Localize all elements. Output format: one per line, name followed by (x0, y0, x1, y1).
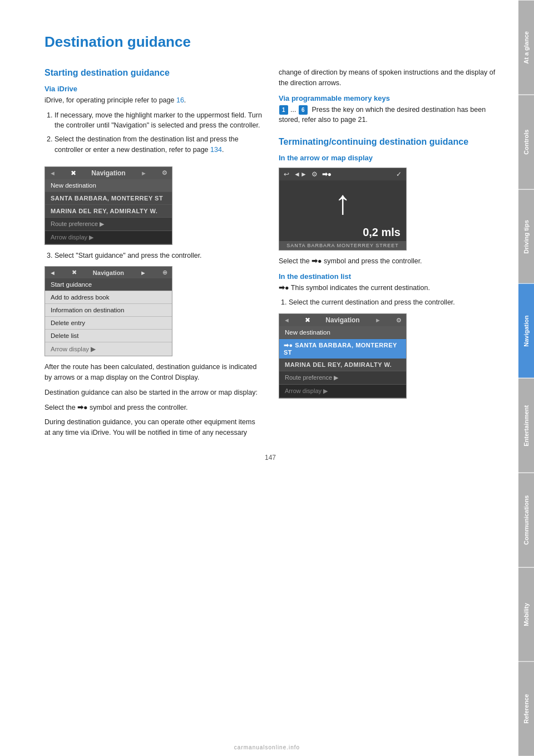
arrow-display-screenshot: ↩ ◄► ⚙ ➡● ✓ ↑ 0,2 mls SANTA BARBARA MONT… (279, 168, 407, 251)
arrow-select-text: Select the ➡● symbol and press the contr… (279, 256, 496, 267)
after-route-text-3: Select the ➡● symbol and press the contr… (44, 402, 262, 413)
page-title: Destination guidance (44, 33, 496, 51)
dl-compass-icon: ✖ (305, 316, 310, 324)
dest-list-intro: ➡● This symbol indicates the current des… (279, 283, 496, 293)
subsection-destination-list: In the destination list (279, 272, 496, 281)
nav-dest-santa-barbara[interactable]: SANTA BARBARA, MONTERREY ST (45, 192, 172, 205)
dl-settings-icon: ⚙ (396, 317, 402, 324)
tab-driving-tips[interactable]: Driving tips (518, 189, 534, 284)
dl-title: Navigation (325, 316, 359, 324)
sg-compass-icon: ✖ (72, 269, 77, 276)
side-tabs: At a glance Controls Driving tips Naviga… (518, 0, 534, 756)
nav-forward-arrow: ► (141, 170, 147, 176)
nav-arrow-display[interactable]: Arrow display ▶ (45, 231, 172, 244)
sg-arrow-display[interactable]: Arrow display ▶ (45, 342, 172, 356)
after-route-text-4: During destination guidance, you can ope… (44, 417, 262, 438)
nav-screenshot-1-wrapper: ◄ ✖ Navigation ► ⚙ New destination SANTA… (44, 161, 172, 251)
nav-title-1: Navigation (91, 169, 125, 177)
tab-at-a-glance[interactable]: At a glance (518, 0, 534, 95)
nav-new-destination[interactable]: New destination (45, 179, 172, 192)
left-column: Starting destination guidance Via iDrive… (44, 67, 262, 443)
nav-dest-marina[interactable]: MARINA DEL REY, ADMIRALTY W. (45, 205, 172, 218)
step-2: Select the destination from the destinat… (55, 134, 262, 155)
subsection-arrow-display: In the arrow or map display (279, 154, 496, 162)
nav-route-preference[interactable]: Route preference ▶ (45, 218, 172, 231)
prog-key-text: 1 ... 6 Press the key on which the desir… (279, 105, 496, 126)
sg-add-address-book[interactable]: Add to address book (45, 291, 172, 304)
step-list-2: Select "Start guidance" and press the co… (44, 251, 262, 261)
nav-settings-icon: ⚙ (162, 169, 167, 176)
right-column: change of direction by means of spoken i… (279, 67, 496, 443)
nav-back-arrow: ◄ (50, 170, 56, 176)
tab-entertainment[interactable]: Entertainment (518, 378, 534, 473)
sg-delete-list[interactable]: Delete list (45, 330, 172, 342)
dl-route-preference[interactable]: Route preference ▶ (279, 371, 406, 385)
street-name-display: SANTA BARBARA MONTERREY STREET (279, 241, 406, 250)
sg-header: ◄ ✖ Navigation ► ⊕ (45, 267, 172, 278)
section-title-starting: Starting destination guidance (44, 67, 262, 79)
subsection-via-idrive: Via iDrive (44, 85, 262, 93)
dl-dest-marina[interactable]: MARINA DEL REY, ADMIRALTY W. (279, 359, 406, 371)
dl-active-destination[interactable]: ➡● SANTA BARBARA, MONTERREY ST (279, 339, 406, 359)
sg-settings-icon: ⊕ (162, 269, 167, 276)
after-route-text-1: After the route has been calculated, des… (44, 362, 262, 383)
continued-text: change of direction by means of spoken i… (279, 67, 496, 89)
dl-new-destination[interactable]: New destination (279, 326, 406, 339)
dest-list-screenshot: ◄ ✖ Navigation ► ⚙ New destination ➡● SA… (279, 313, 407, 399)
distance-display: 0,2 mls (279, 225, 406, 241)
dest-list-steps: Select the current destination and press… (279, 297, 496, 308)
key-badge-6: 6 (299, 105, 308, 115)
ctrl-checkmark-icon: ✓ (396, 170, 402, 178)
key-badge-1: 1 (279, 105, 288, 115)
dest-list-step-1: Select the current destination and press… (289, 297, 496, 308)
dl-header: ◄ ✖ Navigation ► ⚙ (279, 314, 406, 326)
step-1: If necessary, move the highlight marker … (55, 110, 262, 131)
ctrl-speaker-icon: ◄► (294, 170, 307, 178)
sg-title: Navigation (93, 269, 124, 276)
tab-reference[interactable]: Reference (518, 661, 534, 756)
start-guidance-menu: ◄ ✖ Navigation ► ⊕ Start guidance Add to… (44, 266, 172, 356)
dl-arrow-display[interactable]: Arrow display ▶ (279, 385, 406, 398)
dl-forward-arrow: ► (375, 317, 381, 323)
subsection-programmable: Via programmable memory keys (279, 94, 496, 102)
page-number: 147 (44, 454, 496, 473)
sg-delete-entry[interactable]: Delete entry (45, 317, 172, 330)
sg-forward-arrow: ► (140, 269, 146, 276)
dl-back-arrow: ◄ (284, 317, 290, 323)
ctrl-back-icon: ↩ (284, 170, 289, 178)
nav-header-1: ◄ ✖ Navigation ► ⚙ (45, 167, 172, 179)
sg-back-arrow: ◄ (50, 269, 56, 276)
ctrl-map-icon: ⚙ (312, 170, 318, 178)
nav-compass-icon: ✖ (71, 169, 76, 177)
sg-start-guidance[interactable]: Start guidance (45, 278, 172, 291)
tab-mobility[interactable]: Mobility (518, 567, 534, 662)
arrow-controls-bar: ↩ ◄► ⚙ ➡● ✓ (279, 168, 406, 180)
idrive-intro-text: iDrive, for operating principle refer to… (44, 95, 262, 106)
direction-arrow: ↑ (334, 186, 351, 219)
nav-screenshot-1: ◄ ✖ Navigation ► ⚙ New destination SANTA… (44, 166, 172, 245)
ctrl-arrow-dot-icon: ➡● (322, 170, 332, 178)
tab-communications[interactable]: Communications (518, 473, 534, 567)
after-route-text-2: Destination guidance can also be started… (44, 387, 262, 398)
page-ref-16[interactable]: 16 (176, 96, 184, 104)
two-column-layout: Starting destination guidance Via iDrive… (44, 67, 496, 443)
watermark-text: carmanualsonline.info (234, 744, 300, 750)
sg-information[interactable]: Information on destination (45, 304, 172, 317)
step-3: Select "Start guidance" and press the co… (55, 251, 262, 261)
page-ref-134[interactable]: 134 (210, 146, 222, 154)
main-content: Destination guidance Starting destinatio… (0, 0, 518, 495)
tab-controls[interactable]: Controls (518, 95, 534, 189)
tab-navigation[interactable]: Navigation (518, 283, 534, 378)
arrow-main-display: ↑ (279, 180, 406, 225)
section-title-terminating: Terminating/continuing destination guida… (279, 136, 496, 148)
step-list: If necessary, move the highlight marker … (44, 110, 262, 155)
